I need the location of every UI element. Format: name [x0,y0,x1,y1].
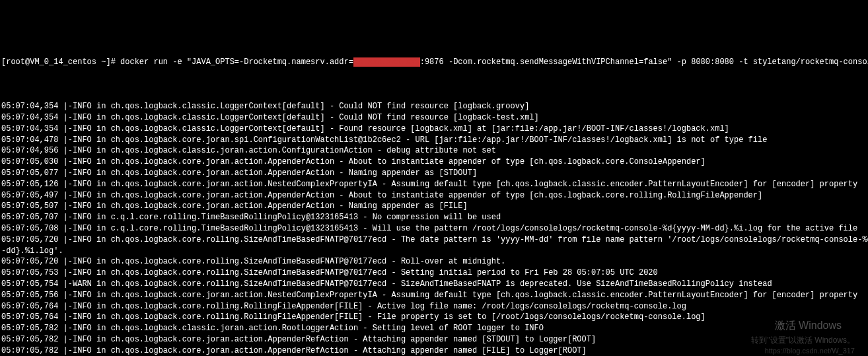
log-line: 05:07:05,764 |-INFO in ch.qos.logback.co… [1,312,867,323]
log-line: 05:07:05,754 |-WARN in ch.qos.logback.co… [1,279,867,290]
log-line: 05:07:04,478 |-INFO in ch.qos.logback.co… [1,135,867,146]
log-line: 05:07:04,354 |-INFO in ch.qos.logback.cl… [1,101,867,112]
prompt-prefix: [root@VM_0_14_centos ~]# [1,57,120,67]
log-line: -dd}.%i.log'. [1,246,867,257]
log-line: 05:07:05,708 |-INFO in c.q.l.core.rollin… [1,223,867,234]
log-line: 05:07:05,077 |-INFO in ch.qos.logback.co… [1,168,867,179]
log-line: 05:07:05,720 |-INFO in ch.qos.logback.co… [1,234,867,246]
command-prompt-line: [root@VM_0_14_centos ~]# docker run -e "… [1,57,867,68]
blank-line [1,79,867,90]
log-line: 05:07:05,030 |-INFO in ch.qos.logback.co… [1,157,867,168]
terminal-output[interactable]: [root@VM_0_14_centos ~]# docker run -e "… [1,46,867,356]
log-line: 05:07:05,756 |-INFO in ch.qos.logback.co… [1,290,867,301]
log-line: 05:07:05,782 |-INFO in ch.qos.logback.cl… [1,323,867,334]
log-line: 05:07:04,354 |-INFO in ch.qos.logback.cl… [1,112,867,124]
log-line: 05:07:05,764 |-INFO in ch.qos.logback.co… [1,301,867,312]
redacted-ip: xx.xxx.xxx.xxx [353,57,420,67]
command-text-pre: docker run -e "JAVA_OPTS=-Drocketmq.name… [120,57,353,67]
log-line: 05:07:05,782 |-INFO in ch.qos.logback.co… [1,345,867,356]
log-line: 05:07:05,126 |-INFO in ch.qos.logback.co… [1,179,867,190]
log-line: 05:07:05,753 |-INFO in ch.qos.logback.co… [1,267,867,279]
csdn-watermark-url: https://blog.csdn.net/W_317 [765,346,855,356]
log-line: 05:07:05,507 |-INFO in ch.qos.logback.co… [1,201,867,212]
windows-activation-watermark: 激活 Windows [775,318,842,333]
log-line: 05:07:05,707 |-INFO in c.q.l.core.rollin… [1,212,867,223]
log-line: 05:07:05,720 |-INFO in ch.qos.logback.co… [1,256,867,267]
log-line: 05:07:05,782 |-INFO in ch.qos.logback.co… [1,334,867,345]
log-line: 05:07:04,956 |-INFO in ch.qos.logback.cl… [1,145,867,157]
log-line: 05:07:04,354 |-INFO in ch.qos.logback.cl… [1,124,867,135]
log-output: 05:07:04,354 |-INFO in ch.qos.logback.cl… [1,101,867,356]
log-line: 05:07:05,497 |-INFO in ch.qos.logback.co… [1,190,867,201]
command-text-post: :9876 -Dcom.rocketmq.sendMessageWithVIPC… [420,57,868,67]
windows-activation-subtext: 转到"设置"以激活 Windows。 [751,335,855,346]
